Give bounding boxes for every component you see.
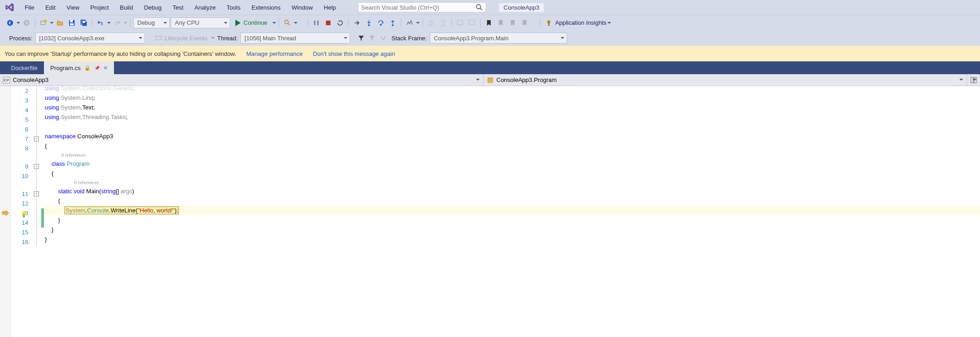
nav-back-button[interactable] [5, 17, 16, 28]
svg-point-2 [7, 20, 13, 26]
svg-point-5 [44, 20, 47, 22]
save-all-button[interactable] [78, 17, 89, 28]
svg-rect-7 [70, 20, 73, 22]
tab-program-cs[interactable]: Program.cs🔒📌✕ [44, 61, 114, 74]
menu-edit[interactable]: Edit [40, 2, 61, 13]
solution-platform-combo[interactable]: Any CPU [171, 17, 230, 28]
continue-label: Continue [244, 19, 267, 26]
menu-extensions[interactable]: Extensions [246, 2, 286, 13]
solution-config-combo[interactable]: Debug [133, 17, 170, 28]
tab-dockerfile[interactable]: Dockerfile [5, 61, 44, 74]
bookmark-clear-button[interactable] [519, 17, 530, 28]
pin-icon[interactable]: 📌 [94, 65, 100, 71]
menu-file[interactable]: File [19, 2, 40, 13]
svg-line-1 [480, 8, 482, 10]
solution-title[interactable]: ConsoleApp3 [499, 3, 544, 12]
bookmark-prev-button[interactable] [495, 17, 506, 28]
stop-debug-button[interactable] [323, 17, 334, 28]
insights-dropdown[interactable] [607, 22, 611, 26]
project-nav-label: ConsoleApp3 [13, 76, 49, 83]
thread-combo[interactable]: [1056] Main Thread [240, 33, 350, 43]
indent-more-button[interactable] [438, 17, 449, 28]
bookmark-button[interactable] [483, 17, 494, 28]
outlining-margin[interactable]: −−− [33, 86, 41, 337]
show-threads-button[interactable] [378, 33, 389, 43]
modification-margin [41, 86, 45, 337]
document-tab-strip: DockerfileProgram.cs🔒📌✕ [0, 61, 980, 74]
menu-build[interactable]: Build [114, 2, 139, 13]
lifecycle-label: Lifecycle Events [165, 35, 208, 42]
visual-studio-logo-icon [5, 2, 15, 12]
uncomment-button[interactable] [466, 17, 477, 28]
stack-frame-label: Stack Frame: [391, 35, 427, 42]
redo-button[interactable] [112, 17, 123, 28]
main-toolbar: Debug Any CPU Continue Application Insig… [0, 15, 980, 30]
nav-forward-button[interactable] [21, 17, 32, 28]
flag-thread-button[interactable] [367, 33, 378, 43]
svg-point-3 [24, 20, 30, 26]
insights-label[interactable]: Application Insights [555, 19, 606, 26]
menu-help[interactable]: Help [318, 2, 341, 13]
search-input[interactable] [361, 4, 476, 11]
svg-rect-23 [156, 36, 161, 40]
find-in-files-button[interactable] [282, 17, 293, 28]
comment-button[interactable] [455, 17, 466, 28]
step-out-button[interactable] [387, 17, 398, 28]
show-next-statement-button[interactable] [352, 17, 363, 28]
csharp-icon: C# [3, 77, 10, 83]
restart-button[interactable] [335, 17, 346, 28]
lifecycle-dropdown[interactable] [211, 37, 215, 41]
continue-dropdown[interactable] [272, 22, 276, 26]
svg-rect-16 [326, 21, 330, 25]
break-all-button[interactable] [311, 17, 322, 28]
lifecycle-events-button[interactable]: Lifecycle Events [152, 33, 211, 43]
filter-threads-button[interactable] [356, 33, 367, 43]
split-icon [970, 76, 977, 84]
menu-window[interactable]: Window [286, 2, 318, 13]
type-nav-label: ConsoleApp3.Program [497, 76, 557, 83]
lock-icon: 🔒 [84, 65, 91, 71]
undo-dropdown[interactable] [107, 22, 111, 26]
menu-project[interactable]: Project [85, 2, 114, 13]
svg-rect-25 [971, 77, 973, 83]
svg-rect-11 [83, 21, 85, 23]
svg-rect-15 [317, 21, 319, 25]
open-file-button[interactable] [54, 17, 65, 28]
code-editor[interactable]: 2345678910111213💡141516 −−− using System… [0, 86, 980, 337]
process-combo[interactable]: [1032] ConsoleApp3.exe [35, 33, 145, 43]
indent-less-button[interactable] [426, 17, 437, 28]
menu-view[interactable]: View [61, 2, 85, 13]
performance-info-bar: You can improve 'Startup' performance by… [0, 46, 980, 61]
bookmark-next-button[interactable] [507, 17, 518, 28]
new-project-button[interactable] [38, 17, 49, 28]
intellitrace-dropdown[interactable] [416, 22, 420, 26]
close-icon[interactable]: ✕ [103, 65, 108, 71]
intellitrace-button[interactable] [404, 17, 415, 28]
nav-back-dropdown[interactable] [16, 22, 20, 26]
continue-button[interactable]: Continue [231, 17, 271, 28]
breakpoint-margin[interactable] [0, 86, 11, 337]
new-project-dropdown[interactable] [50, 22, 54, 26]
undo-button[interactable] [95, 17, 106, 28]
svg-rect-21 [469, 20, 475, 25]
step-over-button[interactable] [375, 17, 386, 28]
redo-dropdown[interactable] [124, 22, 127, 26]
svg-rect-26 [974, 77, 976, 83]
line-number-margin: 2345678910111213💡141516 [11, 86, 33, 337]
thread-label: Thread: [217, 35, 238, 42]
stack-frame-combo[interactable]: ConsoleApp3.Program.Main [430, 33, 567, 43]
manage-performance-link[interactable]: Manage performance [246, 50, 303, 57]
menu-tools[interactable]: Tools [221, 2, 246, 13]
lightbulb-icon[interactable]: 💡 [20, 209, 27, 219]
menu-test[interactable]: Test [167, 2, 189, 13]
svg-rect-14 [314, 21, 315, 25]
save-button[interactable] [66, 17, 77, 28]
svg-point-19 [392, 24, 394, 26]
dont-show-again-link[interactable]: Don't show this message again [313, 50, 395, 57]
find-dropdown[interactable] [294, 22, 298, 26]
step-into-button[interactable] [363, 17, 374, 28]
search-box[interactable] [358, 2, 486, 12]
code-area[interactable]: using System.Collections.Generic;using S… [45, 86, 980, 337]
menu-debug[interactable]: Debug [139, 2, 167, 13]
menu-analyze[interactable]: Analyze [189, 2, 221, 13]
